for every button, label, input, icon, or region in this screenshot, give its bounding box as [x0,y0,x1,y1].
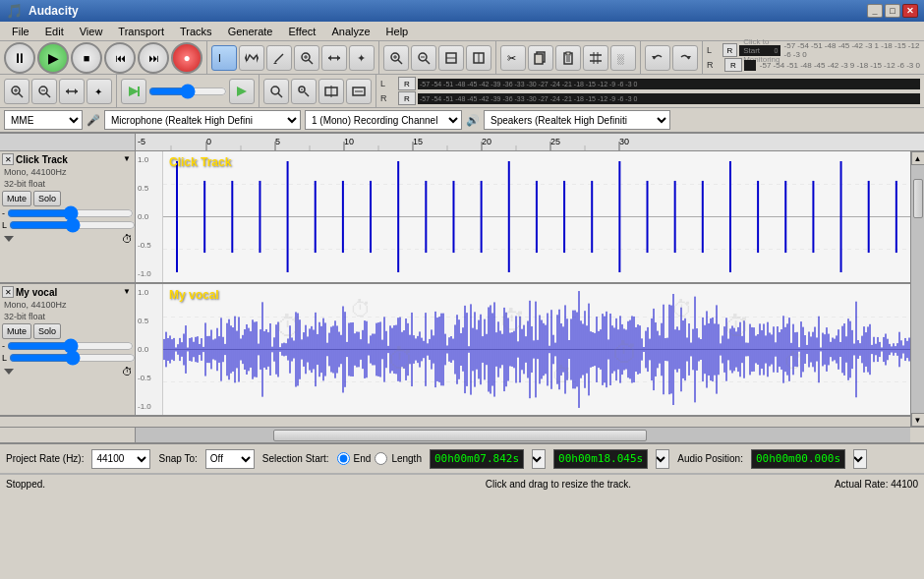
sel-start-display: 00 h 00 m 07.842 s [430,449,524,469]
output-select[interactable]: Speakers (Realtek High Definiti [484,110,670,130]
zoom-fit-button[interactable] [318,79,344,104]
vocal-track-collapse-icon[interactable] [2,365,16,378]
end-radio[interactable] [337,452,350,465]
fit-view-button[interactable] [438,45,464,71]
sel-end-display: 00 h 00 m 18.045 s [553,449,648,469]
zoom-out-button[interactable] [411,45,436,71]
menu-help[interactable]: Help [378,24,417,39]
click-track-dropdown[interactable]: ▼ [123,154,133,164]
sel-start-s: 07.842 [474,452,513,465]
click-track-solo-button[interactable]: Solo [33,191,61,206]
selection-tool-button[interactable]: I [211,45,237,71]
cut-button[interactable]: ✂ [500,45,526,71]
svg-line-54 [278,93,282,97]
sel-start-unit-select[interactable]: ▼ [532,449,546,469]
maximize-button[interactable]: □ [885,4,900,18]
play-speed-button[interactable] [229,79,255,104]
vocal-track-solo-button[interactable]: Solo [33,323,61,339]
zoom-tool-button[interactable] [294,45,319,71]
vocal-track-close-button[interactable]: ✕ [2,286,14,298]
play-at-speed-button[interactable] [121,79,146,104]
db-scale-r2: -57 -54 -51 -48 -45 -42 -3 9 -18 -15 -12… [758,61,920,70]
length-radio[interactable] [375,452,387,465]
speed-slider[interactable] [148,86,227,97]
my-vocal-track: ✕ My vocal ▼ Mono, 44100Hz 32-bit float … [0,284,910,417]
zoom-out-2-button[interactable] [31,79,57,104]
y-axis-0.5: 0.5 [138,184,160,193]
vocal-track-gain-slider[interactable] [7,342,134,350]
svg-point-53 [271,87,279,94]
menu-generate[interactable]: Generate [220,24,281,39]
redo-button[interactable] [672,45,698,71]
click-track-waveform[interactable]: 1.0 0.5 0.0 -0.5 -1.0 [136,151,910,282]
vocal-track-waveform[interactable]: 1.0 0.5 0.0 -0.5 -1.0 ⏱ ⏱ ⏱ ⏱ ⏱ ⏱ [136,284,910,415]
envelope-tool-button[interactable] [239,45,264,71]
project-rate-select[interactable]: 44100 [91,449,150,469]
sel-end-unit-select[interactable]: ▼ [656,449,669,469]
minimize-button[interactable]: _ [867,4,883,18]
menu-file[interactable]: File [4,24,37,39]
zoom-in-button[interactable] [383,45,409,71]
snap-select[interactable]: Off [205,449,255,469]
menu-effect[interactable]: Effect [281,24,324,39]
input-select[interactable]: Microphone (Realtek High Defini [104,110,301,130]
play-button[interactable]: ▶ [37,42,69,74]
skip-back-button[interactable]: ⏮ [104,42,136,74]
l-meter-scale: -57 -54 -51 -48 -45 -42 -39 -36 -33 -30 … [418,81,637,87]
click-track-collapse-icon[interactable] [2,232,16,246]
device-row: MME 🎤 Microphone (Realtek High Defini 1 … [0,108,924,134]
paste-button[interactable] [555,45,581,71]
l-meter-label-2: L [380,79,396,88]
fit-vertically-button[interactable] [466,45,491,71]
svg-line-6 [309,60,313,64]
l-meter-bg-2: -57 -54 -51 -48 -45 -42 -39 -36 -33 -30 … [418,79,920,89]
vscroll-down-button[interactable]: ▼ [911,413,925,427]
vertical-scrollbar[interactable]: ▲ ▼ [910,151,924,427]
silence-button[interactable]: ░ [610,45,636,71]
click-track-gain-slider[interactable] [7,209,134,217]
draw-tool-button[interactable] [266,45,292,71]
menu-tracks[interactable]: Tracks [172,24,220,39]
undo-button[interactable] [645,45,670,71]
svg-marker-11 [337,55,340,61]
timeshift-tool-button[interactable] [321,45,347,71]
multi-tool-button[interactable]: ✦ [349,45,375,71]
channel-select[interactable]: 1 (Mono) Recording Channel [305,110,462,130]
horizontal-scrollbar[interactable] [136,428,910,442]
zoom-sel-button[interactable] [291,79,317,104]
zoom-normal-button[interactable] [263,79,289,104]
vscroll-up-button[interactable]: ▲ [911,151,925,165]
vocal-track-dropdown[interactable]: ▼ [123,287,133,297]
vocal-track-pan-slider[interactable] [9,354,136,362]
audio-pos-unit-select[interactable]: ▼ [853,449,867,469]
l-meter-btn-2[interactable]: R [398,77,416,90]
sel-end-s-label: s [637,452,644,465]
trim-button[interactable] [583,45,608,71]
multi-2-button[interactable]: ✦ [87,79,112,104]
host-select[interactable]: MME [4,110,83,130]
svg-text:✦: ✦ [357,52,366,64]
l-meter-button[interactable]: R [722,43,738,57]
menu-transport[interactable]: Transport [110,24,172,39]
click-track-mute-button[interactable]: Mute [2,191,31,206]
hscroll-thumb[interactable] [273,430,647,441]
menu-edit[interactable]: Edit [37,24,72,39]
r-meter-btn-2[interactable]: R [398,91,416,105]
click-track-controls: Mute Solo [2,191,133,206]
menu-view[interactable]: View [72,24,111,39]
stop-button[interactable]: ■ [71,42,102,74]
click-track-close-button[interactable]: ✕ [2,153,14,165]
close-button[interactable]: ✕ [902,4,918,18]
record-button[interactable]: ● [171,42,202,74]
zoom-out-fit-button[interactable] [346,79,372,104]
timeshift-2-button[interactable] [59,79,85,104]
click-track-title-row: ✕ Click Track ▼ [2,153,133,165]
vscroll-thumb[interactable] [913,179,923,218]
click-track-pan-slider[interactable] [9,221,136,229]
pause-button[interactable]: ⏸ [4,42,35,74]
skip-forward-button[interactable]: ⏭ [138,42,169,74]
copy-button[interactable] [528,45,553,71]
vocal-track-mute-button[interactable]: Mute [2,323,31,339]
menu-analyze[interactable]: Analyze [323,24,377,39]
zoom-in-2-button[interactable] [4,79,29,104]
